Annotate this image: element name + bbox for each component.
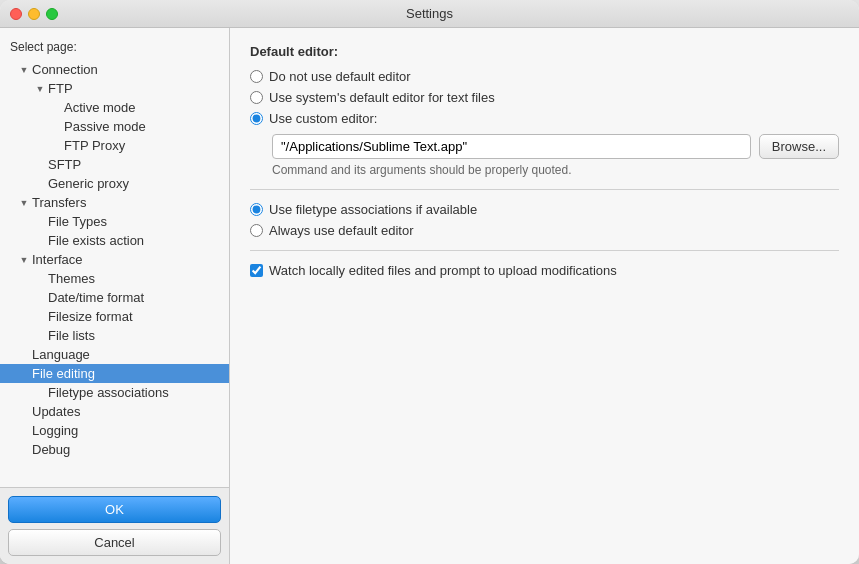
arrow-connection — [16, 65, 32, 75]
filelists-label: File lists — [48, 328, 95, 343]
main-panel: Default editor: Do not use default edito… — [230, 28, 859, 564]
sidebar-item-sftp[interactable]: SFTP — [0, 155, 229, 174]
sidebar-scroll[interactable]: Select page: Connection FTP Active mode — [0, 28, 229, 487]
radio-no-default[interactable] — [250, 70, 263, 83]
sidebar-item-themes[interactable]: Themes — [0, 269, 229, 288]
watch-files-label: Watch locally edited files and prompt to… — [269, 263, 617, 278]
logging-label: Logging — [32, 423, 78, 438]
minimize-button[interactable] — [28, 8, 40, 20]
radio-always-default[interactable] — [250, 224, 263, 237]
arrow-transfers — [16, 198, 32, 208]
radio-row-3: Use custom editor: — [250, 111, 839, 126]
content-area: Select page: Connection FTP Active mode — [0, 28, 859, 564]
sidebar-buttons: OK Cancel — [0, 487, 229, 564]
radio-filetype-assoc[interactable] — [250, 203, 263, 216]
maximize-button[interactable] — [46, 8, 58, 20]
sidebar-item-datetime[interactable]: Date/time format — [0, 288, 229, 307]
sidebar-item-file-exists[interactable]: File exists action — [0, 231, 229, 250]
sidebar-item-ftp[interactable]: FTP — [0, 79, 229, 98]
sidebar-item-interface[interactable]: Interface — [0, 250, 229, 269]
passive-mode-label: Passive mode — [64, 119, 146, 134]
watch-files-checkbox[interactable] — [250, 264, 263, 277]
section-title: Default editor: — [250, 44, 839, 59]
divider-2 — [250, 250, 839, 251]
sidebar-item-filetype-assoc[interactable]: Filetype associations — [0, 383, 229, 402]
traffic-lights — [10, 8, 58, 20]
arrow-ftp — [32, 84, 48, 94]
sftp-label: SFTP — [48, 157, 81, 172]
settings-window: Settings Select page: Connection FTP Act… — [0, 0, 859, 564]
editor-input-row: Browse... — [272, 134, 839, 159]
datetime-label: Date/time format — [48, 290, 144, 305]
arrow-interface — [16, 255, 32, 265]
sidebar-item-filelists[interactable]: File lists — [0, 326, 229, 345]
editor-path-input[interactable] — [272, 134, 751, 159]
transfers-label: Transfers — [32, 195, 86, 210]
editor-hint: Command and its arguments should be prop… — [272, 163, 839, 177]
checkbox-row-watch: Watch locally edited files and prompt to… — [250, 263, 839, 278]
radio-system-default-label: Use system's default editor for text fil… — [269, 90, 495, 105]
radio-no-default-label: Do not use default editor — [269, 69, 411, 84]
active-mode-label: Active mode — [64, 100, 136, 115]
radio-always-default-label: Always use default editor — [269, 223, 414, 238]
red-arrow-svg — [230, 59, 250, 219]
sidebar: Select page: Connection FTP Active mode — [0, 28, 230, 564]
sidebar-item-generic-proxy[interactable]: Generic proxy — [0, 174, 229, 193]
titlebar: Settings — [0, 0, 859, 28]
file-exists-label: File exists action — [48, 233, 144, 248]
sidebar-item-active-mode[interactable]: Active mode — [0, 98, 229, 117]
sidebar-item-updates[interactable]: Updates — [0, 402, 229, 421]
updates-label: Updates — [32, 404, 80, 419]
radio-row-4: Use filetype associations if available — [250, 202, 839, 217]
sidebar-item-file-types[interactable]: File Types — [0, 212, 229, 231]
connection-label: Connection — [32, 62, 98, 77]
radio-custom-editor-label: Use custom editor: — [269, 111, 377, 126]
sidebar-item-ftp-proxy[interactable]: FTP Proxy — [0, 136, 229, 155]
select-page-label: Select page: — [0, 36, 229, 60]
radio-filetype-assoc-label: Use filetype associations if available — [269, 202, 477, 217]
radio-custom-editor[interactable] — [250, 112, 263, 125]
radio-row-1: Do not use default editor — [250, 69, 839, 84]
filesize-label: Filesize format — [48, 309, 133, 324]
generic-proxy-label: Generic proxy — [48, 176, 129, 191]
sidebar-item-language[interactable]: Language — [0, 345, 229, 364]
browse-button[interactable]: Browse... — [759, 134, 839, 159]
sidebar-item-transfers[interactable]: Transfers — [0, 193, 229, 212]
themes-label: Themes — [48, 271, 95, 286]
ftp-proxy-label: FTP Proxy — [64, 138, 125, 153]
filetype-assoc-label: Filetype associations — [48, 385, 169, 400]
sidebar-item-filesize[interactable]: Filesize format — [0, 307, 229, 326]
file-types-label: File Types — [48, 214, 107, 229]
sidebar-item-debug[interactable]: Debug — [0, 440, 229, 459]
language-label: Language — [32, 347, 90, 362]
sidebar-item-passive-mode[interactable]: Passive mode — [0, 117, 229, 136]
ftp-label: FTP — [48, 81, 73, 96]
sidebar-item-logging[interactable]: Logging — [0, 421, 229, 440]
divider-1 — [250, 189, 839, 190]
ok-button[interactable]: OK — [8, 496, 221, 523]
radio-row-5: Always use default editor — [250, 223, 839, 238]
radio-system-default[interactable] — [250, 91, 263, 104]
close-button[interactable] — [10, 8, 22, 20]
radio-group-editor: Do not use default editor Use system's d… — [250, 69, 839, 126]
sidebar-item-file-editing[interactable]: File editing — [0, 364, 229, 383]
interface-label: Interface — [32, 252, 83, 267]
radio-row-2: Use system's default editor for text fil… — [250, 90, 839, 105]
cancel-button[interactable]: Cancel — [8, 529, 221, 556]
sidebar-item-connection[interactable]: Connection — [0, 60, 229, 79]
file-editing-label: File editing — [32, 366, 95, 381]
window-title: Settings — [406, 6, 453, 21]
debug-label: Debug — [32, 442, 70, 457]
